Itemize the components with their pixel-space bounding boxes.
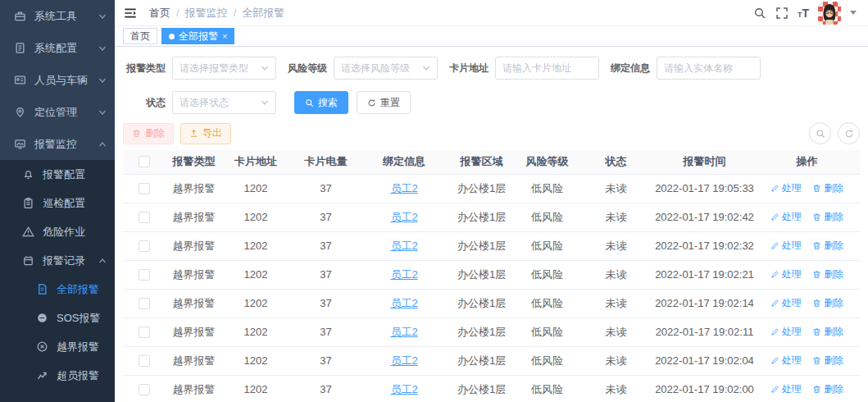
select-placeholder: 请选择状态	[180, 96, 261, 110]
delete-link[interactable]: 删除	[812, 267, 843, 281]
search-button[interactable]: 搜索	[294, 91, 348, 114]
select-all-checkbox[interactable]	[139, 156, 150, 167]
binding-info-link[interactable]: 员工2	[390, 383, 417, 395]
binding-info-input[interactable]	[664, 62, 753, 74]
sidebar-item-sos-alarms[interactable]: SOS报警	[0, 304, 115, 332]
cell-risk-level: 低风险	[517, 375, 577, 402]
reset-button[interactable]: 重置	[357, 91, 411, 114]
delete-link[interactable]: 删除	[812, 382, 843, 396]
column-header: 卡片电量	[289, 150, 362, 174]
location-pin-icon	[14, 106, 26, 118]
button-label: 搜索	[318, 96, 338, 110]
cell-status: 未读	[577, 289, 655, 317]
font-size-icon[interactable]: TT	[798, 7, 809, 20]
row-checkbox[interactable]	[139, 240, 150, 252]
binding-info-link[interactable]: 员工2	[390, 297, 417, 309]
link-label: 删除	[824, 210, 843, 224]
cell-alarm-type: 越界报警	[166, 375, 222, 402]
chevron-down-icon	[261, 98, 269, 107]
card-address-input[interactable]	[502, 62, 592, 74]
binding-info-link[interactable]: 员工2	[390, 182, 417, 194]
handle-link[interactable]: 处理	[770, 354, 802, 368]
row-checkbox[interactable]	[139, 269, 150, 281]
delete-link[interactable]: 删除	[812, 354, 843, 368]
alarm-type-select[interactable]: 请选择报警类型	[172, 57, 276, 80]
cell-card-battery: 37	[289, 346, 362, 375]
avatar[interactable]	[818, 2, 841, 25]
export-icon	[189, 129, 198, 138]
link-label: 处理	[782, 354, 802, 368]
sidebar-item-people-vehicles[interactable]: 人员与车辆	[0, 64, 115, 96]
handle-link[interactable]: 处理	[770, 382, 802, 396]
sidebar-item-crossborder-alarms[interactable]: 越界报警	[0, 332, 115, 361]
link-label: 处理	[782, 296, 802, 310]
binding-info-link[interactable]: 员工2	[390, 326, 417, 338]
sidebar-item-alarm-monitor[interactable]: 报警监控	[0, 128, 115, 160]
sidebar-item-location-mgmt[interactable]: 定位管理	[0, 96, 115, 128]
pen-icon	[770, 241, 779, 250]
right-toolbar	[809, 122, 860, 144]
delete-link[interactable]: 删除	[812, 296, 843, 310]
column-header: 卡片地址	[222, 150, 289, 174]
trash-icon	[812, 241, 821, 250]
cell-card-battery: 37	[289, 260, 362, 289]
handle-link[interactable]: 处理	[770, 210, 802, 224]
tab-home[interactable]: 首页	[123, 28, 157, 44]
tab-all-alarms[interactable]: 全部报警 ×	[161, 28, 234, 44]
cell-card-battery: 37	[289, 375, 362, 402]
sidebar-item-label: 越界报警	[57, 340, 99, 354]
cell-alarm-type: 越界报警	[166, 260, 222, 289]
row-checkbox[interactable]	[139, 298, 150, 309]
pen-icon	[770, 356, 779, 365]
sidebar-item-dangerous-work[interactable]: 危险作业	[0, 217, 115, 246]
close-icon[interactable]: ×	[222, 32, 227, 41]
cell-alarm-time: 2022-01-17 19:02:00	[655, 375, 754, 402]
tag-tabbar: 首页 全部报警 ×	[115, 26, 868, 47]
row-checkbox[interactable]	[139, 183, 150, 194]
handle-link[interactable]: 处理	[770, 325, 802, 339]
row-checkbox[interactable]	[139, 384, 150, 395]
binding-info-link[interactable]: 员工2	[390, 268, 417, 281]
cell-alarm-time: 2022-01-17 19:02:04	[655, 346, 754, 375]
caret-down-icon[interactable]	[850, 11, 857, 15]
handle-link[interactable]: 处理	[770, 267, 802, 281]
sidebar-item-alarm-config[interactable]: 报警配置	[0, 160, 115, 189]
sidebar-item-system-config[interactable]: 系统配置	[0, 32, 115, 64]
delete-button[interactable]: 删除	[123, 123, 174, 144]
binding-info-link[interactable]: 员工2	[390, 240, 417, 252]
refresh-button[interactable]	[838, 122, 860, 144]
hamburger-icon[interactable]	[123, 7, 138, 20]
toggle-search-button[interactable]	[809, 122, 831, 144]
risk-level-select[interactable]: 请选择风险等级	[334, 57, 438, 80]
row-checkbox[interactable]	[139, 327, 150, 338]
breadcrumb-alarm-monitor[interactable]: 报警监控	[185, 6, 228, 21]
cross-circle-icon	[36, 340, 48, 353]
binding-info-link[interactable]: 员工2	[390, 211, 417, 223]
handle-link[interactable]: 处理	[770, 181, 802, 195]
sidebar-item-overcapacity-alarms[interactable]: 超员报警	[0, 361, 115, 390]
bell-config-icon	[22, 168, 34, 180]
table-row: 越界报警 1202 37 员工2 办公楼1层 低风险 未读 2022-01-17…	[123, 203, 860, 231]
clipboard-icon	[22, 197, 34, 209]
handle-link[interactable]: 处理	[770, 239, 802, 253]
delete-link[interactable]: 删除	[812, 210, 843, 224]
search-icon	[305, 98, 314, 107]
delete-link[interactable]: 删除	[812, 239, 843, 253]
search-icon[interactable]	[753, 7, 766, 20]
delete-link[interactable]: 删除	[812, 181, 843, 195]
handle-link[interactable]: 处理	[770, 296, 802, 310]
sidebar-item-patrol-config[interactable]: 巡检配置	[0, 189, 115, 217]
sidebar-item-alarm-records[interactable]: 报警记录	[0, 246, 115, 275]
cell-card-battery: 37	[289, 317, 362, 346]
status-select[interactable]: 请选择状态	[172, 91, 276, 114]
export-button[interactable]: 导出	[180, 123, 231, 144]
sidebar-item-all-alarms[interactable]: 全部报警	[0, 275, 115, 304]
delete-link[interactable]: 删除	[812, 325, 843, 339]
row-checkbox[interactable]	[139, 355, 150, 367]
fullscreen-icon[interactable]	[775, 7, 788, 20]
binding-info-link[interactable]: 员工2	[390, 354, 417, 367]
sidebar-item-system-tools[interactable]: 系统工具	[0, 0, 115, 32]
breadcrumb: 首页 / 报警监控 / 全部报警	[149, 6, 284, 21]
row-checkbox[interactable]	[139, 212, 150, 223]
breadcrumb-home[interactable]: 首页	[149, 6, 170, 21]
